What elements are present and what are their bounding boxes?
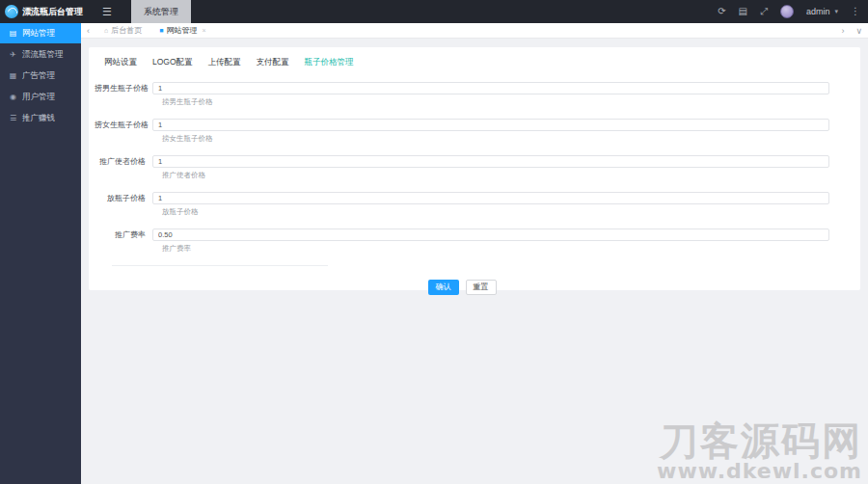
- site-watermark: 刀客源码网 www.dkewl.com: [657, 421, 862, 482]
- field-label: 推广费率: [95, 229, 152, 240]
- reset-button[interactable]: 重置: [466, 280, 497, 295]
- app-logo-icon: [5, 5, 18, 18]
- grid-box-icon: ▦: [9, 71, 17, 80]
- sidebar-item-promotion[interactable]: ☰ 推广赚钱: [0, 108, 81, 128]
- top-header: 漂流瓶后台管理 ☰ 系统管理 ⟳ ▤ ⤢ admin ▾ ⋮: [0, 0, 868, 23]
- tab-bottle-price[interactable]: 瓶子价格管理: [297, 56, 362, 71]
- tab-upload-config[interactable]: 上传配置: [201, 56, 249, 71]
- field-hint: 推广费率: [162, 244, 829, 254]
- tabbar-right-controls: › ∨: [835, 26, 868, 36]
- sidebar-item-bottle[interactable]: ✈ 漂流瓶管理: [0, 44, 81, 65]
- user-avatar[interactable]: [780, 5, 794, 18]
- app-title: 漂流瓶后台管理: [22, 6, 83, 18]
- form-divider: [112, 265, 328, 266]
- refresh-icon[interactable]: ⟳: [718, 0, 725, 23]
- tabs-scroll-right-icon[interactable]: ›: [835, 26, 850, 36]
- promo-rate-input[interactable]: [152, 229, 829, 241]
- tab-payment-config[interactable]: 支付配置: [249, 56, 297, 71]
- username[interactable]: admin: [806, 7, 830, 16]
- male-bottle-price-input[interactable]: [152, 82, 829, 94]
- field-label: 捞男生瓶子价格: [95, 83, 152, 94]
- tab-home[interactable]: ⌂ 后台首页: [95, 23, 150, 39]
- close-icon[interactable]: ×: [202, 27, 205, 34]
- field-label: 推广使者价格: [95, 156, 152, 167]
- tab-website-label: 网站管理: [166, 25, 197, 36]
- field-label: 捞女生瓶子价格: [95, 120, 152, 130]
- layout-icon: ▤: [9, 29, 17, 38]
- sidebar-item-label: 推广赚钱: [22, 113, 55, 124]
- tab-logo-config[interactable]: LOGO配置: [145, 56, 201, 71]
- form-row-promo-rate: 推广费率 推广费率: [95, 229, 829, 254]
- tabs-dropdown-icon[interactable]: ∨: [850, 26, 868, 36]
- form-row-female-bottle: 捞女生瓶子价格 捞女生瓶子价格: [95, 119, 829, 144]
- field-hint: 推广使者价格: [162, 171, 829, 180]
- sidebar-item-website[interactable]: ▤ 网站管理: [0, 23, 81, 43]
- home-icon: ⌂: [104, 27, 108, 34]
- list-icon: ☰: [9, 114, 17, 122]
- confirm-button[interactable]: 确认: [428, 280, 459, 295]
- user-circle-icon: ◉: [9, 93, 17, 101]
- form-row-throw-bottle: 放瓶子价格 放瓶子价格: [95, 192, 829, 217]
- field-hint: 捞男生瓶子价格: [162, 97, 829, 107]
- collapse-menu-icon[interactable]: ☰: [93, 0, 122, 23]
- square-icon: ■: [159, 27, 163, 34]
- tab-site-settings[interactable]: 网站设置: [96, 56, 145, 71]
- paper-plane-icon: ✈: [9, 50, 17, 59]
- form-row-male-bottle: 捞男生瓶子价格 捞男生瓶子价格: [95, 82, 829, 107]
- form-actions: 确认 重置: [95, 280, 829, 295]
- form-row-promoter-price: 推广使者价格 推广使者价格: [95, 155, 829, 180]
- sidebar-item-label: 网站管理: [22, 28, 55, 40]
- fullscreen-icon[interactable]: ⤢: [760, 0, 768, 23]
- watermark-line2: www.dkewl.com: [657, 461, 862, 482]
- female-bottle-price-input[interactable]: [152, 119, 829, 131]
- promoter-price-input[interactable]: [152, 155, 829, 168]
- bottle-price-form: 捞男生瓶子价格 捞男生瓶子价格 捞女生瓶子价格 捞女生瓶子价格 推广使者价格 推…: [89, 71, 860, 295]
- settings-card: 网站设置 LOGO配置 上传配置 支付配置 瓶子价格管理 捞男生瓶子价格 捞男生…: [89, 47, 860, 290]
- field-label: 放瓶子价格: [95, 193, 152, 203]
- sidebar-item-ads[interactable]: ▦ 广告管理: [0, 66, 81, 86]
- main-content-area: 网站设置 LOGO配置 上传配置 支付配置 瓶子价格管理 捞男生瓶子价格 捞男生…: [81, 40, 868, 484]
- field-hint: 放瓶子价格: [162, 207, 829, 217]
- header-nav-tab-system[interactable]: 系统管理: [131, 0, 191, 23]
- grid-icon[interactable]: ▤: [739, 0, 747, 23]
- sidebar-item-label: 用户管理: [22, 92, 55, 103]
- watermark-line1: 刀客源码网: [657, 421, 862, 461]
- field-hint: 捞女生瓶子价格: [162, 134, 829, 144]
- more-menu-icon[interactable]: ⋮: [851, 0, 860, 23]
- sidebar-item-label: 广告管理: [22, 70, 55, 82]
- header-actions: ⟳ ▤ ⤢ admin ▾ ⋮: [718, 0, 868, 23]
- sidebar-item-label: 漂流瓶管理: [22, 49, 64, 61]
- sidebar: ▤ 网站管理 ✈ 漂流瓶管理 ▦ 广告管理 ◉ 用户管理 ☰ 推广赚钱: [0, 23, 81, 484]
- app-logo: 漂流瓶后台管理: [0, 0, 93, 23]
- tab-home-label: 后台首页: [111, 25, 142, 36]
- settings-tabs: 网站设置 LOGO配置 上传配置 支付配置 瓶子价格管理: [89, 47, 860, 71]
- throw-bottle-price-input[interactable]: [152, 192, 829, 204]
- tabs-scroll-left-icon[interactable]: ‹: [81, 26, 95, 36]
- chevron-down-icon: ▾: [834, 8, 838, 15]
- tab-website-management[interactable]: ■ 网站管理 ×: [150, 23, 214, 39]
- sidebar-item-users[interactable]: ◉ 用户管理: [0, 87, 81, 107]
- breadcrumb-tabbar: ‹ ⌂ 后台首页 ■ 网站管理 × › ∨: [81, 23, 868, 39]
